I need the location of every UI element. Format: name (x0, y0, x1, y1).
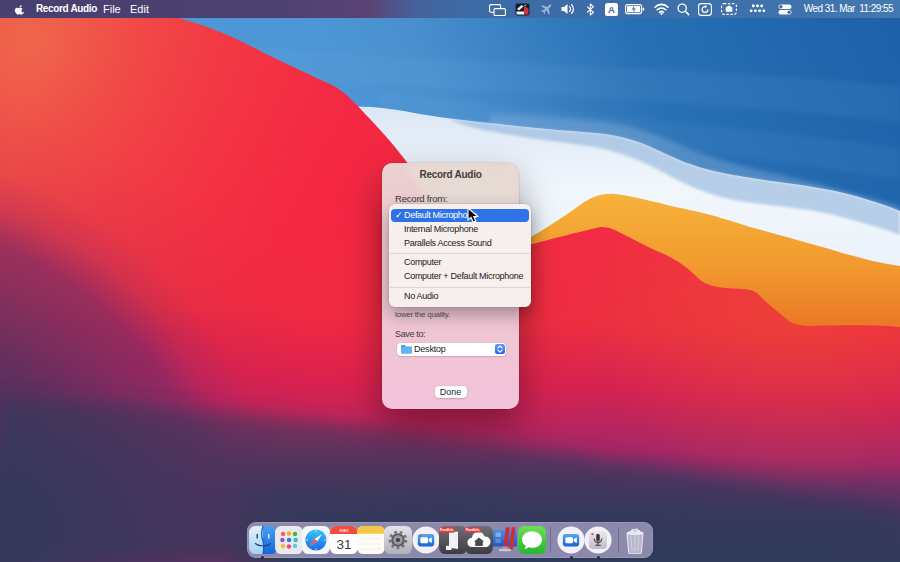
svg-text:Parallels: Parallels (440, 528, 454, 532)
svg-text:31: 31 (336, 537, 351, 552)
svg-text:A: A (608, 4, 615, 15)
svg-text:Parallels: Parallels (466, 528, 480, 532)
svg-text:MAR: MAR (340, 528, 349, 533)
